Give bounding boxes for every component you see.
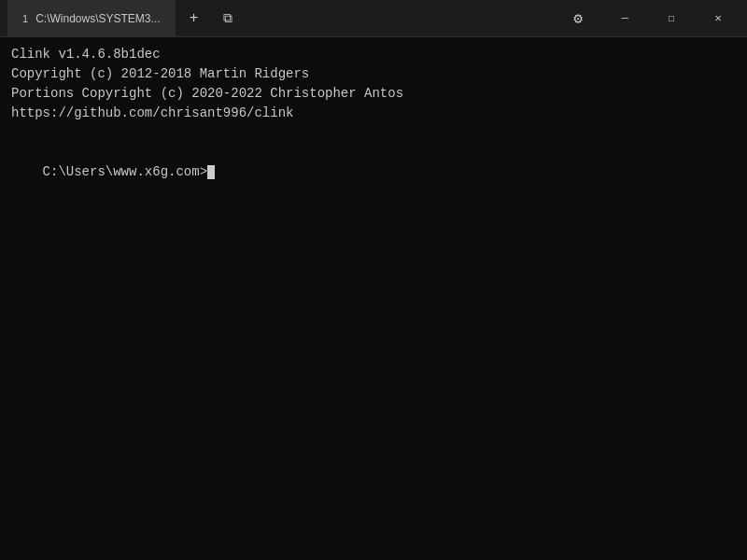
plus-icon: + [190,10,199,27]
terminal-tab-number: 1 [22,13,28,24]
terminal-line-3: Portions Copyright (c) 2020-2022 Christo… [11,84,736,104]
tab-area: 1 C:\Windows\SYSTEM3... + ⧉ [7,0,557,36]
minimize-button[interactable]: ─ [603,4,646,34]
terminal-line-5 [11,123,736,143]
title-bar: 1 C:\Windows\SYSTEM3... + ⧉ ⚙ ─ ☐ ✕ [0,0,747,37]
duplicate-pane-button[interactable]: ⧉ [213,4,243,34]
terminal-prompt: C:\Users\www.x6g.com> [43,164,207,179]
terminal-line-1: Clink v1.4.6.8b1dec [11,45,736,64]
new-tab-button[interactable]: + [179,4,209,34]
terminal-tab-label: C:\Windows\SYSTEM3... [35,12,160,25]
settings-icon: ⚙ [573,9,583,28]
terminal-area[interactable]: Clink v1.4.6.8b1dec Copyright (c) 2012-2… [0,37,747,560]
minimize-icon: ─ [621,12,627,25]
terminal-line-2: Copyright (c) 2012-2018 Martin Ridgers [11,64,736,84]
terminal-line-4: https://github.com/chrisant996/clink [11,104,736,123]
maximize-button[interactable]: ☐ [650,4,693,34]
duplicate-icon: ⧉ [223,11,233,26]
close-icon: ✕ [714,11,721,25]
terminal-prompt-line: C:\Users\www.x6g.com> [11,143,736,202]
terminal-tab[interactable]: 1 C:\Windows\SYSTEM3... [7,0,176,36]
maximize-icon: ☐ [668,11,674,25]
terminal-cursor [207,165,215,179]
close-button[interactable]: ✕ [697,4,740,34]
settings-button[interactable]: ⚙ [557,4,599,34]
window-controls: ⚙ ─ ☐ ✕ [557,4,740,34]
